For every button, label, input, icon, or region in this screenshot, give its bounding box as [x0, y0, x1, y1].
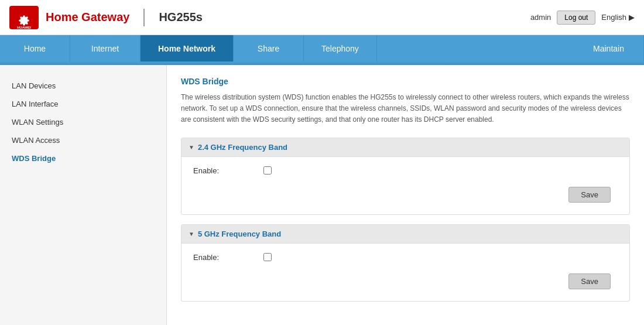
sidebar-item-wlan-access[interactable]: WLAN Access: [0, 131, 166, 149]
nav-share[interactable]: Share: [234, 35, 304, 61]
nav-home[interactable]: Home: [0, 35, 70, 61]
huawei-logo: HUAWEI: [9, 6, 39, 29]
svg-text:HUAWEI: HUAWEI: [17, 26, 31, 29]
sidebar-item-wlan-settings[interactable]: WLAN Settings: [0, 113, 166, 131]
content-area: SetupRouter.com WDS Bridge The wireless …: [167, 65, 644, 325]
header: HUAWEI Home Gateway HG255s admin Log out…: [0, 0, 644, 35]
navbar: Home Internet Home Network Share Telepho…: [0, 35, 644, 61]
sidebar-item-lan-devices[interactable]: LAN Devices: [0, 77, 166, 95]
enable-checkbox-24ghz[interactable]: [263, 166, 272, 175]
header-right: admin Log out English ▶: [530, 11, 635, 25]
logo-area: HUAWEI Home Gateway HG255s: [9, 6, 203, 29]
section-5ghz: ▼ 5 GHz Frequency Band Enable: Save: [181, 224, 630, 302]
gateway-title: Home Gateway: [46, 11, 129, 24]
section-5ghz-body: Enable: Save: [181, 244, 629, 301]
enable-row-24ghz: Enable:: [193, 166, 618, 175]
nav-spacer: [377, 35, 574, 61]
page-title: WDS Bridge: [181, 77, 630, 86]
save-row-5ghz: Save: [193, 269, 618, 292]
section-5ghz-title: 5 GHz Frequency Band: [198, 230, 281, 238]
nav-home-network[interactable]: Home Network: [141, 35, 234, 61]
enable-label-24ghz: Enable:: [193, 166, 263, 175]
section-24ghz: ▼ 2.4 GHz Frequency Band Enable: Save: [181, 138, 630, 215]
sidebar: LAN Devices LAN Interface WLAN Settings …: [0, 65, 167, 325]
separator: [143, 9, 145, 26]
language-chevron-icon: ▶: [629, 13, 635, 22]
language-label: English: [601, 13, 626, 22]
main-layout: LAN Devices LAN Interface WLAN Settings …: [0, 65, 644, 325]
admin-label: admin: [530, 13, 551, 22]
enable-row-5ghz: Enable:: [193, 253, 618, 262]
section-5ghz-header[interactable]: ▼ 5 GHz Frequency Band: [181, 225, 629, 244]
save-button-5ghz[interactable]: Save: [568, 273, 611, 289]
model-name: HG255s: [159, 11, 203, 24]
page-description: The wireless distribution system (WDS) f…: [181, 92, 630, 126]
sidebar-item-wds-bridge[interactable]: WDS Bridge: [0, 149, 166, 167]
nav-internet[interactable]: Internet: [70, 35, 141, 61]
enable-label-5ghz: Enable:: [193, 253, 263, 262]
sidebar-item-lan-interface[interactable]: LAN Interface: [0, 95, 166, 113]
logout-button[interactable]: Log out: [557, 11, 595, 25]
section-24ghz-header[interactable]: ▼ 2.4 GHz Frequency Band: [181, 138, 629, 157]
nav-telephony[interactable]: Telephony: [304, 35, 377, 61]
save-row-24ghz: Save: [193, 182, 618, 205]
section-24ghz-title: 2.4 GHz Frequency Band: [198, 143, 287, 152]
nav-maintain[interactable]: Maintain: [574, 35, 644, 61]
section-24ghz-body: Enable: Save: [181, 157, 629, 214]
section-24ghz-arrow-icon: ▼: [189, 144, 194, 150]
enable-checkbox-5ghz[interactable]: [263, 253, 272, 261]
section-5ghz-arrow-icon: ▼: [189, 231, 194, 237]
save-button-24ghz[interactable]: Save: [568, 187, 611, 203]
language-selector[interactable]: English ▶: [601, 13, 635, 22]
